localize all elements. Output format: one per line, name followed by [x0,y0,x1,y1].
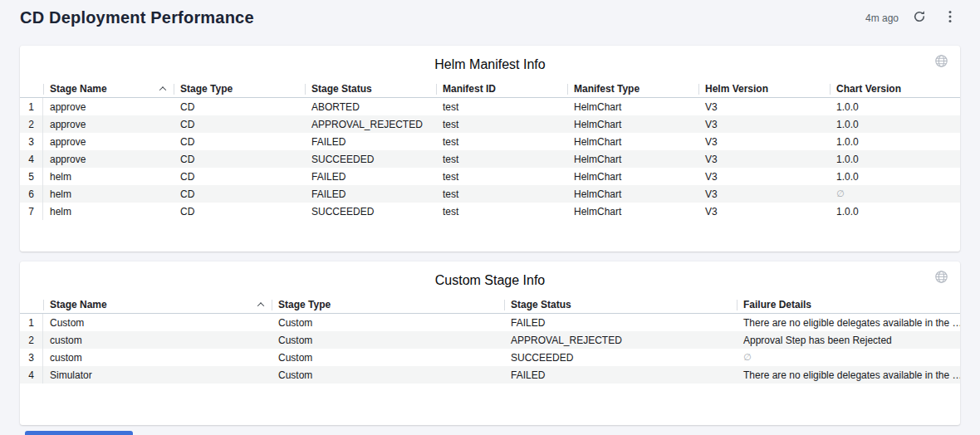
custom-stage-table: Stage NameStage TypeStage StatusFailure … [20,296,960,384]
table-cell: custom [43,349,272,366]
column-header-manifest-type[interactable]: Manifest Type [567,81,698,97]
table-row: 3customCustomSUCCEEDED∅ [20,349,960,366]
column-header-stage-name[interactable]: Stage Name [43,81,174,97]
table-cell: HelmChart [567,185,698,203]
table-cell: There are no eligible delegates availabl… [737,314,960,331]
table-cell: helm [43,168,174,185]
globe-icon [934,274,948,286]
table-body: 1CustomCustomFAILEDThere are no eligible… [20,314,960,384]
column-label: Manifest ID [443,83,496,95]
table-cell: CD [174,98,305,115]
table-cell: helm [43,185,174,203]
table-cell: CD [174,133,305,150]
table-cell: V3 [698,98,830,115]
table-cell: approve [43,98,174,115]
column-label: Manifest Type [574,83,639,95]
table-row: 6helmCDFAILEDtestHelmChartV3∅ [20,185,960,203]
column-label: Stage Status [511,299,571,310]
table-row: 1CustomCustomFAILEDThere are no eligible… [20,314,960,331]
last-refresh-label: 4m ago [865,12,899,24]
table-body: 1approveCDABORTEDtestHelmChartV31.0.02ap… [20,98,960,220]
table-cell: V3 [698,185,830,203]
row-number-cell: 1 [20,98,43,115]
table-row: 5helmCDFAILEDtestHelmChartV31.0.0 [20,168,960,185]
table-cell: FAILED [504,366,737,384]
table-row: 7helmCDSUCCEEDEDtestHelmChartV31.0.0 [20,203,960,220]
table-cell: custom [43,331,272,349]
table-cell: HelmChart [567,203,698,220]
refresh-icon [913,10,926,26]
column-header-stage-name[interactable]: Stage Name [43,296,272,313]
table-row: 4SimulatorCustomFAILEDThere are no eligi… [20,366,960,384]
row-number-cell: 3 [20,133,43,150]
column-header-manifest-id[interactable]: Manifest ID [436,81,567,97]
sort-ascending-icon [257,302,264,309]
globe-icon [934,58,948,71]
table-cell: HelmChart [567,150,698,168]
table-header-row: Stage NameStage TypeStage StatusManifest… [20,81,960,98]
table-cell: approve [43,150,174,168]
table-cell: Custom [272,314,504,331]
table-cell: SUCCEEDED [305,203,436,220]
panel-helm-manifest-info: Helm Manifest Info Stage NameStage TypeS… [20,46,960,252]
table-cell: CD [174,168,305,185]
table-cell: test [436,150,567,168]
row-number-cell: 6 [20,185,43,203]
column-header-failure-details[interactable]: Failure Details [737,296,960,313]
table-cell: CD [174,203,305,220]
table-cell: FAILED [305,133,436,150]
column-label: Chart Version [836,83,901,95]
table-cell: HelmChart [567,133,698,150]
column-header-stage-type[interactable]: Stage Type [174,81,305,97]
table-cell: Custom [272,366,504,384]
refresh-button[interactable] [911,8,928,27]
table-cell: approve [43,133,174,150]
table-cell: There are no eligible delegates availabl… [737,366,960,384]
header-actions: 4m ago [865,8,953,27]
table-cell: 1.0.0 [830,168,960,185]
table-cell: APPROVAL_REJECTED [305,115,436,133]
column-header-helm-version[interactable]: Helm Version [698,81,830,97]
table-cell: approve [43,115,174,133]
dashboard-header: CD Deployment Performance 4m ago [0,0,980,36]
table-cell: V3 [698,115,830,133]
helm-manifest-table: Stage NameStage TypeStage StatusManifest… [20,81,960,220]
column-header-stage-type[interactable]: Stage Type [272,296,504,313]
column-header-stage-status[interactable]: Stage Status [305,81,436,97]
row-number-cell: 3 [20,349,43,366]
table-cell: Simulator [43,366,272,384]
table-cell: test [436,203,567,220]
table-cell: 1.0.0 [830,115,960,133]
table-cell: HelmChart [567,115,698,133]
row-number-header [20,81,43,97]
table-cell: Approval Step has been Rejected [737,331,960,349]
kebab-menu-button[interactable] [947,8,953,27]
table-cell: HelmChart [567,168,698,185]
panel-custom-stage-info: Custom Stage Info Stage NameStage TypeSt… [20,261,960,425]
table-cell: V3 [698,150,830,168]
column-label: Failure Details [743,299,811,310]
table-cell: SUCCEEDED [305,150,436,168]
panel-title: Helm Manifest Info [20,46,960,72]
column-label: Stage Type [278,299,331,310]
table-cell: 1.0.0 [830,150,960,168]
table-row: 2customCustomAPPROVAL_REJECTEDApproval S… [20,331,960,349]
column-label: Stage Name [50,299,107,310]
table-cell: 1.0.0 [830,133,960,150]
row-number-cell: 4 [20,366,43,384]
null-value-icon: ∅ [737,349,960,366]
row-number-cell: 5 [20,168,43,185]
table-cell: test [436,115,567,133]
panel-links-button[interactable] [933,268,950,288]
table-cell: 1.0.0 [830,98,960,115]
table-cell: FAILED [504,314,737,331]
table-cell: CD [174,115,305,133]
table-cell: V3 [698,168,830,185]
panel-links-button[interactable] [933,52,950,72]
column-header-stage-status[interactable]: Stage Status [504,296,737,313]
table-cell: helm [43,203,174,220]
null-value-icon: ∅ [830,185,960,203]
table-cell: Custom [272,331,504,349]
clipped-blue-element [25,431,133,435]
column-header-chart-version[interactable]: Chart Version [830,81,960,97]
